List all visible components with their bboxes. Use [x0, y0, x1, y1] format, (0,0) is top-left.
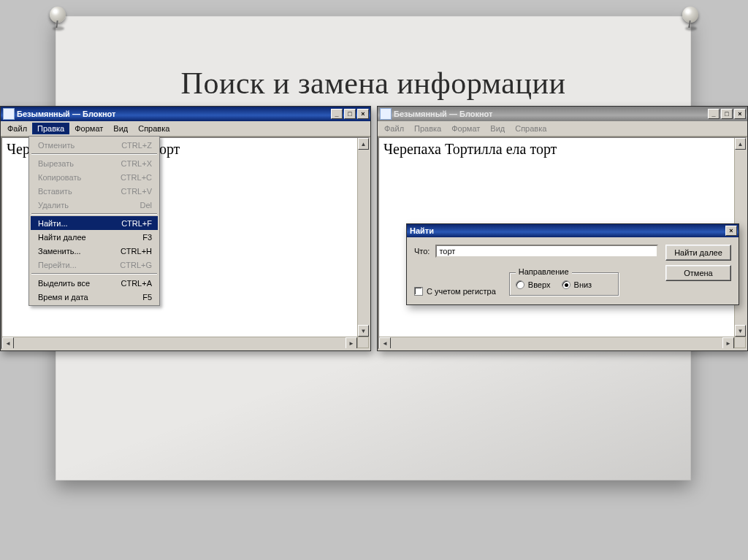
- dialog-titlebar[interactable]: Найти ×: [407, 224, 739, 237]
- menubar: Файл Правка Формат Вид Справка: [1, 121, 370, 137]
- direction-up-label: Вверх: [528, 280, 551, 289]
- menu-item-label: Выделить все: [38, 279, 107, 288]
- cancel-button[interactable]: Отмена: [665, 265, 731, 281]
- radio-icon: [562, 280, 570, 289]
- direction-down-label: Вниз: [574, 280, 592, 289]
- app-icon: [381, 109, 391, 119]
- minimize-button[interactable]: _: [708, 109, 720, 119]
- menu-file[interactable]: Файл: [379, 123, 409, 134]
- radio-icon: [516, 280, 524, 289]
- close-button[interactable]: ×: [734, 109, 746, 119]
- scroll-right-button[interactable]: ►: [722, 337, 734, 349]
- menu-item-: ВставитьCTRL+V: [31, 184, 158, 198]
- menu-item-label: Удалить: [38, 201, 125, 210]
- window-title: Безымянный — Блокнот: [394, 110, 492, 118]
- minimize-button[interactable]: _: [331, 109, 343, 119]
- match-case-label: С учетом регистра: [427, 287, 496, 296]
- pushpin-icon: [678, 4, 703, 29]
- find-next-button[interactable]: Найти далее: [665, 245, 731, 261]
- direction-legend: Направление: [516, 267, 572, 276]
- app-icon: [4, 109, 14, 119]
- pushpin-icon: [45, 4, 70, 29]
- menu-item-[interactable]: Заменить...CTRL+H: [31, 244, 158, 258]
- menu-format[interactable]: Формат: [446, 123, 485, 134]
- find-what-label: Что:: [414, 247, 430, 256]
- scrollbar-vertical[interactable]: ▲ ▼: [357, 138, 369, 337]
- scrollbar-horizontal[interactable]: ◄ ►: [2, 337, 357, 348]
- find-what-input[interactable]: [435, 245, 658, 258]
- menu-item-shortcut: CTRL+H: [121, 247, 152, 256]
- menu-item-label: Заменить...: [38, 247, 106, 256]
- editor-text: Черепаха Тортилла ела торт: [379, 138, 746, 161]
- checkbox-icon: [414, 287, 423, 296]
- menu-item-shortcut: CTRL+V: [121, 187, 153, 196]
- menu-item-shortcut: CTRL+G: [120, 261, 152, 269]
- titlebar[interactable]: Безымянный — Блокнот _ □ ×: [378, 107, 747, 121]
- maximize-button[interactable]: □: [721, 109, 733, 119]
- menubar: Файл Правка Формат Вид Справка: [378, 121, 747, 137]
- menu-view[interactable]: Вид: [485, 123, 510, 134]
- menu-item-[interactable]: Выделить всеCTRL+A: [31, 276, 158, 290]
- menu-item-[interactable]: Найти...CTRL+F: [31, 216, 158, 230]
- scroll-up-button[interactable]: ▲: [735, 138, 746, 150]
- menu-item-label: Найти далее: [38, 233, 128, 242]
- menu-item-shortcut: CTRL+X: [121, 159, 153, 168]
- menu-help[interactable]: Справка: [133, 123, 175, 134]
- menu-item-label: Время и дата: [38, 293, 128, 302]
- menu-item-label: Перейти...: [38, 261, 105, 269]
- scroll-right-button[interactable]: ►: [346, 337, 357, 349]
- menu-item-: ОтменитьCTRL+Z: [31, 138, 158, 152]
- menu-format[interactable]: Формат: [69, 123, 108, 134]
- match-case-checkbox[interactable]: С учетом регистра: [414, 287, 496, 296]
- scroll-down-button[interactable]: ▼: [358, 325, 369, 337]
- menu-item-label: Отменить: [38, 141, 107, 150]
- scrollbar-horizontal[interactable]: ◄ ►: [379, 337, 734, 348]
- resize-grip[interactable]: [734, 337, 746, 348]
- menu-item-: КопироватьCTRL+C: [31, 170, 158, 184]
- menu-item-[interactable]: Найти далееF3: [31, 230, 158, 244]
- scroll-left-button[interactable]: ◄: [2, 337, 14, 349]
- resize-grip[interactable]: [357, 337, 369, 348]
- find-dialog: Найти × Что: С учетом регистра Направлен…: [406, 223, 739, 305]
- menu-item-[interactable]: Время и датаF5: [31, 290, 158, 304]
- menu-item-shortcut: CTRL+Z: [121, 141, 152, 150]
- menu-view[interactable]: Вид: [108, 123, 133, 134]
- menu-item-shortcut: F5: [142, 293, 152, 302]
- dialog-title: Найти: [410, 226, 434, 235]
- direction-down-radio[interactable]: Вниз: [562, 280, 592, 289]
- scroll-up-button[interactable]: ▲: [358, 138, 369, 150]
- menu-item-shortcut: CTRL+A: [121, 279, 153, 288]
- menu-item-: УдалитьDel: [31, 198, 158, 212]
- menu-item-label: Вырезать: [38, 159, 107, 168]
- notepad-window-left: Безымянный — Блокнот _ □ × Файл Правка Ф…: [0, 106, 371, 351]
- close-button[interactable]: ×: [725, 226, 737, 236]
- menu-item-: ВырезатьCTRL+X: [31, 156, 158, 170]
- scroll-down-button[interactable]: ▼: [735, 325, 746, 337]
- menu-item-label: Копировать: [38, 173, 106, 182]
- menu-item-shortcut: F3: [142, 233, 152, 242]
- menu-help[interactable]: Справка: [510, 123, 552, 134]
- menu-file[interactable]: Файл: [2, 123, 32, 134]
- menu-item-: Перейти...CTRL+G: [31, 258, 158, 272]
- menu-edit[interactable]: Правка: [409, 123, 446, 134]
- scroll-left-button[interactable]: ◄: [379, 337, 391, 349]
- menu-item-label: Найти...: [38, 219, 107, 228]
- edit-menu-dropdown: ОтменитьCTRL+ZВырезатьCTRL+XКопироватьCT…: [28, 136, 160, 306]
- maximize-button[interactable]: □: [344, 109, 356, 119]
- window-title: Безымянный — Блокнот: [17, 110, 115, 118]
- slide-title: Поиск и замена информации: [56, 66, 691, 101]
- titlebar[interactable]: Безымянный — Блокнот _ □ ×: [1, 107, 370, 121]
- menu-item-shortcut: CTRL+F: [121, 219, 152, 228]
- direction-group: Направление Вверх Вниз: [509, 272, 619, 296]
- direction-up-radio[interactable]: Вверх: [516, 280, 551, 289]
- menu-edit[interactable]: Правка: [32, 123, 69, 134]
- menu-item-label: Вставить: [38, 187, 107, 196]
- menu-item-shortcut: Del: [140, 201, 152, 210]
- menu-item-shortcut: CTRL+C: [121, 173, 152, 182]
- close-button[interactable]: ×: [357, 109, 369, 119]
